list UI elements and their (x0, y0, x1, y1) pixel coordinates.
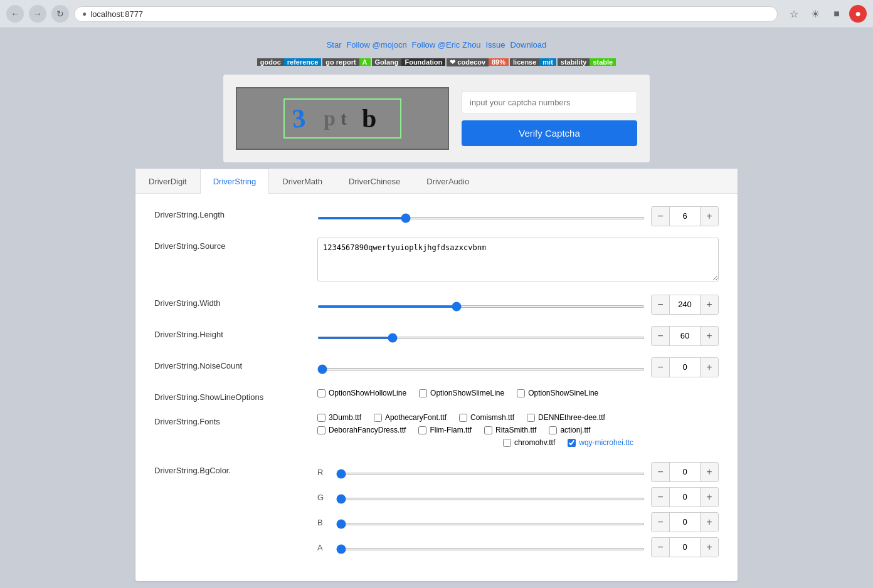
height-label: DriverString.Height (154, 326, 305, 339)
font-3dumb-checkbox[interactable] (317, 414, 325, 422)
tab-driver-string[interactable]: DriverString (200, 169, 270, 194)
source-textarea[interactable]: 1234567890qwertyuioplkjhgfdsazxcvbnm (317, 238, 719, 281)
verify-button[interactable]: Verify Captcha (462, 120, 637, 146)
font-chromohv-checkbox[interactable] (503, 439, 511, 447)
stability-badge: stability stable (558, 56, 616, 68)
go-report-badge: go report A (322, 56, 370, 68)
option-slime-line-label: OptionShowSlimeLine (430, 389, 504, 397)
tab-driver-audio[interactable]: DriverAudio (413, 169, 482, 194)
length-slider[interactable] (317, 217, 645, 219)
font-actionj[interactable]: actionj.ttf (549, 426, 590, 434)
bgcolor-g-label: G (317, 493, 330, 502)
star-link[interactable]: Star (327, 40, 342, 50)
golang-badge: Golang Foundation (372, 56, 446, 68)
captcha-char-3: p (324, 107, 336, 130)
noise-count-increase-button[interactable]: + (701, 358, 718, 377)
font-3dumb[interactable]: 3Dumb.ttf (317, 413, 361, 422)
length-value: 6 (669, 207, 701, 226)
url-text: localhost:8777 (90, 9, 143, 19)
width-increase-button[interactable]: + (701, 295, 718, 314)
font-apothecary[interactable]: ApothecaryFont.ttf (374, 413, 447, 422)
bookmark-button[interactable]: ☆ (785, 5, 803, 23)
height-increase-button[interactable]: + (701, 327, 718, 345)
font-deborah-checkbox[interactable] (317, 426, 325, 434)
fonts-group-row2: DeborahFancyDress.ttf Flim-Flam.ttf Rita… (317, 426, 719, 434)
bgcolor-g-slider[interactable] (336, 498, 645, 500)
bgcolor-b-number-control: − 0 + (651, 512, 719, 532)
bgcolor-r-decrease-button[interactable]: − (652, 463, 669, 481)
forward-button[interactable]: → (29, 5, 46, 23)
width-value: 240 (669, 295, 701, 314)
bgcolor-b-slider-wrapper (336, 517, 645, 527)
bgcolor-a-decrease-button[interactable]: − (652, 538, 669, 557)
option-hollow-line-checkbox[interactable] (317, 389, 325, 397)
issue-link[interactable]: Issue (486, 40, 505, 50)
bgcolor-a-slider[interactable] (336, 548, 645, 550)
fonts-label: DriverString.Fonts (154, 413, 305, 426)
option-sine-line-checkbox[interactable] (517, 389, 525, 397)
font-rita-checkbox[interactable] (484, 426, 492, 434)
bgcolor-b-slider[interactable] (336, 523, 645, 525)
font-flim-flam-label: Flim-Flam.ttf (430, 426, 472, 434)
download-link[interactable]: Download (510, 40, 546, 50)
font-deborah[interactable]: DeborahFancyDress.ttf (317, 426, 406, 434)
noise-count-slider[interactable] (317, 368, 645, 370)
font-chromohv[interactable]: chromohv.ttf (503, 438, 555, 447)
font-denne[interactable]: DENNEthree-dee.ttf (527, 413, 605, 422)
height-decrease-button[interactable]: − (652, 327, 669, 345)
option-sine-line[interactable]: OptionShowSineLine (517, 389, 598, 397)
extensions-button[interactable]: ■ (828, 5, 845, 23)
length-decrease-button[interactable]: − (652, 207, 669, 226)
follow-mojocn-link[interactable]: Follow @mojocn (346, 40, 406, 50)
profile-button[interactable]: ☀ (807, 5, 824, 23)
noise-count-decrease-button[interactable]: − (652, 358, 669, 377)
source-control: 1234567890qwertyuioplkjhgfdsazxcvbnm (317, 238, 719, 283)
back-button[interactable]: ← (6, 5, 24, 23)
follow-eric-link[interactable]: Follow @Eric Zhou (412, 40, 481, 50)
font-3dumb-label: 3Dumb.ttf (329, 413, 361, 422)
browser-chrome: ← → ↻ ● localhost:8777 ☆ ☀ ■ ● (0, 0, 873, 28)
captcha-char-4: t (341, 108, 347, 129)
codecov-badge: ❤ codecov 89% (447, 56, 509, 68)
bgcolor-a-increase-button[interactable]: + (701, 538, 718, 557)
font-apothecary-label: ApothecaryFont.ttf (385, 413, 447, 422)
option-slime-line-checkbox[interactable] (419, 389, 427, 397)
option-hollow-line-label: OptionShowHollowLine (329, 389, 406, 397)
font-comismsh[interactable]: Comismsh.ttf (459, 413, 514, 422)
font-flim-flam[interactable]: Flim-Flam.ttf (418, 426, 472, 434)
tab-driver-chinese[interactable]: DriverChinese (336, 169, 413, 194)
tab-driver-digit[interactable]: DriverDigit (135, 169, 200, 194)
font-actionj-checkbox[interactable] (549, 426, 557, 434)
bgcolor-r-value: 0 (669, 463, 701, 481)
font-wqy-checkbox[interactable] (568, 439, 576, 447)
font-apothecary-checkbox[interactable] (374, 414, 382, 422)
length-slider-wrapper (317, 211, 645, 221)
bgcolor-g-increase-button[interactable]: + (701, 488, 718, 507)
main-panel: DriverDigit DriverString DriverMath Driv… (135, 169, 738, 581)
refresh-button[interactable]: ↻ (51, 5, 69, 23)
font-flim-flam-checkbox[interactable] (418, 426, 426, 434)
bgcolor-b-decrease-button[interactable]: − (652, 513, 669, 532)
font-rita[interactable]: RitaSmith.ttf (484, 426, 536, 434)
bgcolor-b-increase-button[interactable]: + (701, 513, 718, 532)
bgcolor-row: DriverString.BgColor. R − 0 + (154, 462, 719, 557)
bgcolor-g-decrease-button[interactable]: − (652, 488, 669, 507)
account-button[interactable]: ● (849, 5, 867, 23)
captcha-input[interactable] (462, 91, 637, 114)
width-decrease-button[interactable]: − (652, 295, 669, 314)
bgcolor-b-value: 0 (669, 513, 701, 532)
option-slime-line[interactable]: OptionShowSlimeLine (419, 389, 504, 397)
font-comismsh-checkbox[interactable] (459, 414, 467, 422)
length-increase-button[interactable]: + (701, 207, 718, 226)
font-denne-checkbox[interactable] (527, 414, 535, 422)
width-slider[interactable] (317, 305, 645, 308)
height-slider[interactable] (317, 337, 645, 339)
option-hollow-line[interactable]: OptionShowHollowLine (317, 389, 406, 397)
lock-icon: ● (82, 9, 87, 18)
bgcolor-r-increase-button[interactable]: + (701, 463, 718, 481)
bgcolor-b-row: B − 0 + (317, 512, 719, 532)
bgcolor-r-row: R − 0 + (317, 462, 719, 482)
font-wqy[interactable]: wqy-microhei.ttc (568, 438, 633, 447)
tab-driver-math[interactable]: DriverMath (269, 169, 336, 194)
bgcolor-r-slider[interactable] (336, 473, 645, 475)
